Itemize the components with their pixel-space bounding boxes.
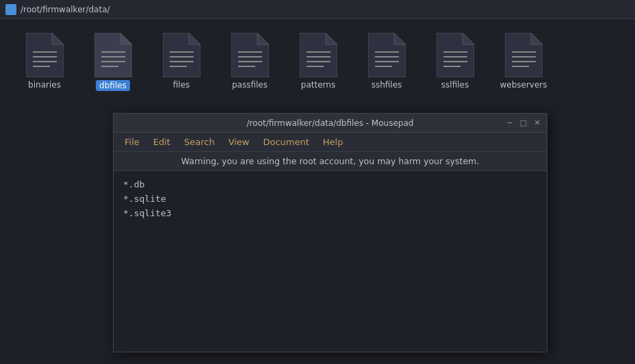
mousepad-window: /root/firmwalker/data/dbfiles - Mousepad… (113, 113, 547, 352)
file-label-patterns: patterns (301, 80, 335, 90)
svg-marker-7 (120, 33, 132, 44)
file-item-patterns[interactable]: patterns (294, 33, 342, 91)
file-icon-binaries (26, 33, 64, 77)
svg-marker-1 (52, 33, 64, 44)
warning-bar: Warning, you are using the root account,… (114, 152, 547, 171)
mousepad-menubar: File Edit Search View Document Help (114, 133, 547, 152)
file-label-binaries: binaries (28, 80, 61, 90)
mousepad-title: /root/firmwalker/data/dbfiles - Mousepad (247, 118, 414, 128)
file-item-files[interactable]: files (157, 33, 205, 91)
svg-marker-13 (189, 33, 200, 44)
svg-marker-25 (326, 33, 337, 44)
maximize-button[interactable]: □ (518, 118, 529, 129)
mousepad-titlebar: /root/firmwalker/data/dbfiles - Mousepad… (114, 114, 547, 133)
file-label-webservers: webservers (500, 80, 547, 90)
file-label-dbfiles: dbfiles (96, 80, 130, 91)
file-icon-patterns (300, 33, 337, 77)
file-icon-sslfiles (437, 33, 474, 77)
window-controls: − □ ✕ (504, 118, 543, 129)
file-icon-dbfiles (94, 33, 132, 77)
editor-line: *.sqlite (123, 192, 537, 207)
menu-search[interactable]: Search (179, 135, 220, 149)
file-manager-titlebar: /root/firmwalker/data/ (0, 0, 635, 19)
file-label-sslfiles: sslfiles (441, 80, 469, 90)
svg-marker-43 (531, 33, 543, 44)
svg-marker-31 (394, 33, 406, 44)
file-item-webservers[interactable]: webservers (500, 33, 547, 91)
file-label-sshfiles: sshfiles (372, 80, 402, 90)
svg-marker-37 (463, 33, 474, 44)
menu-help[interactable]: Help (318, 135, 349, 149)
editor-line: *.sqlite3 (123, 207, 537, 221)
file-item-sslfiles[interactable]: sslfiles (431, 33, 479, 91)
file-label-passfiles: passfiles (232, 80, 268, 90)
file-icon-webservers (505, 33, 543, 77)
menu-edit[interactable]: Edit (148, 135, 176, 149)
menu-document[interactable]: Document (257, 135, 314, 149)
editor-line: *.db (123, 178, 537, 192)
menu-file[interactable]: File (119, 135, 145, 149)
close-button[interactable]: ✕ (532, 118, 543, 129)
file-manager-area: binaries dbfiles files passfiles (0, 19, 635, 105)
file-item-sshfiles[interactable]: sshfiles (363, 33, 411, 91)
folder-icon (5, 4, 16, 15)
svg-marker-19 (257, 33, 269, 44)
path-label: /root/firmwalker/data/ (21, 5, 110, 14)
file-item-binaries[interactable]: binaries (21, 33, 68, 91)
file-label-files: files (173, 80, 190, 90)
file-icon-sshfiles (368, 33, 406, 77)
file-item-dbfiles[interactable]: dbfiles (89, 33, 137, 91)
warning-text: Warning, you are using the root account,… (181, 156, 480, 166)
editor-area[interactable]: *.db*.sqlite*.sqlite3 (114, 171, 547, 352)
file-item-passfiles[interactable]: passfiles (226, 33, 274, 91)
minimize-button[interactable]: − (504, 118, 515, 129)
menu-view[interactable]: View (223, 135, 255, 149)
file-icon-passfiles (231, 33, 269, 77)
file-icon-files (163, 33, 200, 77)
